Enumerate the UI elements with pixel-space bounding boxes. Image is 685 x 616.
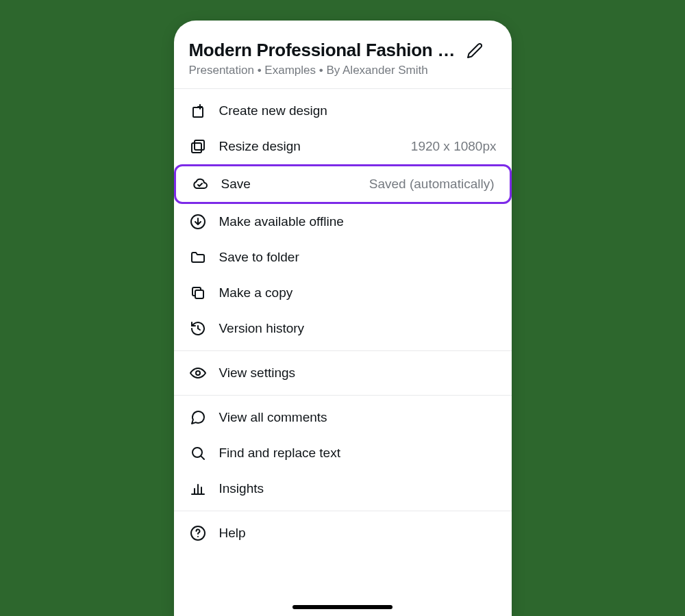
menu-item-label: Resize design: [219, 139, 399, 154]
help-circle-icon: [189, 524, 207, 542]
file-header: Modern Professional Fashion Lo... Presen…: [174, 21, 512, 88]
file-menu-panel: Modern Professional Fashion Lo... Presen…: [174, 21, 512, 616]
document-subtitle: Presentation • Examples • By Alexander S…: [189, 64, 497, 77]
svg-point-11: [192, 448, 202, 457]
svg-rect-4: [192, 143, 201, 153]
menu-item-insights[interactable]: Insights: [174, 471, 512, 506]
resize-icon: [189, 138, 207, 155]
svg-rect-0: [193, 107, 203, 117]
tools-section: View all comments Find and replace text: [174, 396, 512, 511]
comment-icon: [189, 409, 207, 426]
folder-icon: [189, 248, 207, 266]
pencil-icon: [466, 42, 483, 59]
menu-item-label: Make a copy: [219, 285, 497, 300]
menu-item-save-to-folder[interactable]: Save to folder: [174, 240, 512, 275]
menu-item-label: View settings: [219, 365, 497, 381]
bar-chart-icon: [189, 480, 207, 498]
menu-item-label: Save to folder: [219, 250, 497, 265]
menu-item-label: View all comments: [219, 410, 497, 425]
menu-item-save[interactable]: Save Saved (automatically): [174, 164, 512, 204]
menu-item-version-history[interactable]: Version history: [174, 311, 512, 346]
svg-line-9: [198, 329, 200, 330]
svg-rect-7: [195, 290, 203, 298]
svg-rect-3: [195, 140, 204, 150]
menu-item-trailing: 1920 x 1080px: [411, 139, 497, 154]
menu-item-help[interactable]: Help: [174, 515, 512, 551]
cloud-check-icon: [191, 175, 209, 193]
download-circle-icon: [189, 213, 207, 231]
menu-item-label: Make available offline: [219, 214, 497, 229]
menu-item-label: Version history: [219, 321, 497, 336]
plus-page-icon: [189, 102, 207, 120]
menu-item-label: Create new design: [219, 103, 497, 118]
menu-item-label: Insights: [219, 481, 497, 496]
menu-item-make-available-offline[interactable]: Make available offline: [174, 204, 512, 240]
eye-icon: [189, 364, 207, 382]
menu-item-resize-design[interactable]: Resize design 1920 x 1080px: [174, 129, 512, 164]
menu-item-view-all-comments[interactable]: View all comments: [174, 400, 512, 435]
svg-line-12: [201, 457, 203, 459]
svg-point-10: [196, 371, 200, 375]
menu-item-label: Find and replace text: [219, 446, 497, 461]
copy-icon: [189, 284, 207, 302]
document-title: Modern Professional Fashion Lo...: [189, 40, 460, 61]
edit-title-button[interactable]: [465, 41, 484, 60]
search-icon: [189, 444, 207, 462]
home-indicator: [292, 605, 393, 609]
menu-item-label: Save: [221, 177, 357, 192]
menu-item-trailing: Saved (automatically): [369, 177, 495, 192]
help-section: Help: [174, 511, 512, 555]
history-icon: [189, 320, 207, 337]
menu-item-view-settings[interactable]: View settings: [174, 355, 512, 391]
menu-item-make-a-copy[interactable]: Make a copy: [174, 275, 512, 311]
view-section: View settings: [174, 351, 512, 395]
menu-item-find-and-replace[interactable]: Find and replace text: [174, 435, 512, 471]
menu-item-label: Help: [219, 526, 497, 541]
file-actions-section: Create new design Resize design 1920 x 1…: [174, 89, 512, 350]
menu-item-create-new-design[interactable]: Create new design: [174, 93, 512, 129]
